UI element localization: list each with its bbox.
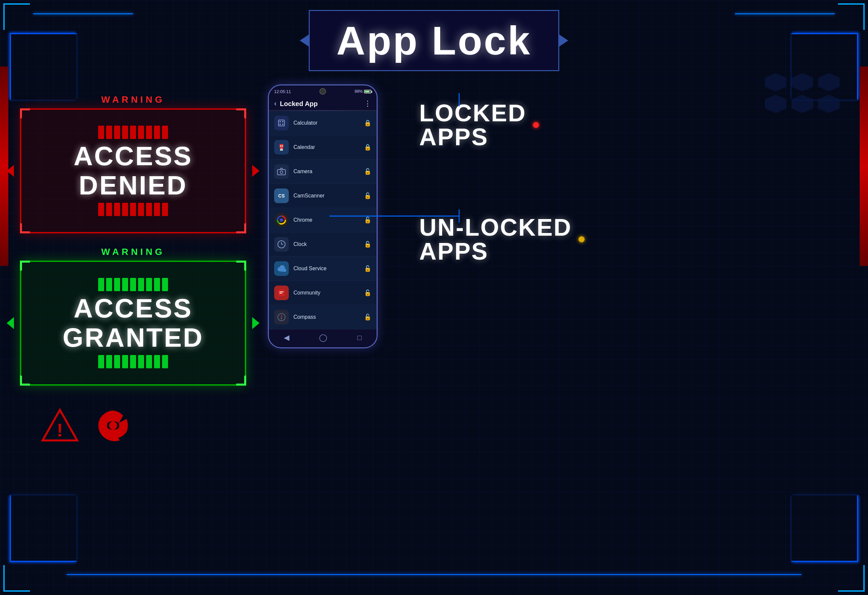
svg-marker-19	[281, 314, 282, 317]
list-item[interactable]: Calculator 🔒	[269, 111, 376, 135]
stripes-top-granted	[41, 278, 225, 291]
svg-rect-6	[279, 124, 281, 125]
lock-icon-calculator[interactable]: 🔒	[364, 119, 371, 127]
list-item[interactable]: Camera 🔓	[269, 159, 376, 184]
svg-rect-5	[282, 121, 283, 122]
body-layout: WARNING ACCESS DENIED	[0, 74, 868, 595]
locked-apps-line1: LOCKED	[419, 101, 526, 125]
arrow-left-granted	[7, 317, 14, 329]
phone-nav-bar: ‹ Locked App ⋮	[269, 97, 376, 110]
svg-point-11	[280, 218, 283, 222]
title-section: App Lock	[0, 0, 868, 74]
list-item[interactable]: Chrome 🔓	[269, 208, 376, 232]
app-icon-clock	[274, 237, 289, 252]
app-name-calculator: Calculator	[294, 120, 359, 126]
nav-back-button[interactable]: ◀	[284, 333, 289, 342]
bracket-br-granted	[236, 376, 246, 386]
list-item[interactable]: Cloud Service 🔓	[269, 256, 376, 281]
phone-bottom-nav: ◀ ◯ □	[269, 329, 376, 348]
warning-label-denied: WARNING	[20, 94, 246, 105]
stripes-bottom-denied	[41, 203, 225, 216]
svg-rect-17	[279, 293, 282, 293]
arrow-right-granted	[252, 317, 260, 329]
app-icon-compass	[274, 310, 289, 324]
app-name-community: Community	[294, 290, 359, 296]
right-panel: LOCKED APPS UN-LOCKED APPS	[399, 81, 848, 296]
bracket-tl-denied	[20, 108, 30, 118]
app-name-chrome: Chrome	[294, 217, 359, 223]
back-button[interactable]: ‹	[274, 99, 276, 108]
bracket-tr-denied	[236, 108, 246, 118]
app-name-compass: Compass	[294, 314, 359, 320]
bracket-bl-denied	[20, 223, 30, 233]
app-icon-calendar: 22📅	[274, 140, 289, 155]
access-denied-section: WARNING ACCESS DENIED	[20, 94, 246, 233]
locked-apps-label: LOCKED APPS	[419, 101, 526, 149]
svg-text:!: !	[57, 420, 63, 440]
app-name-clock: Clock	[294, 242, 359, 247]
list-item[interactable]: Community 🔓	[269, 281, 376, 305]
phone-mockup: 12:05:11 88% ‹ Locked App ⋮	[268, 84, 378, 348]
bottom-icons: !	[20, 399, 246, 452]
list-item[interactable]: CS CamScanner 🔓	[269, 184, 376, 208]
status-right: 88%	[355, 89, 371, 94]
lock-icon-clock[interactable]: 🔓	[364, 241, 371, 248]
unlocked-apps-line1: UN-LOCKED	[419, 215, 572, 239]
lock-icon-cloud-service[interactable]: 🔓	[364, 265, 371, 272]
radiation-icon	[93, 405, 133, 445]
svg-point-2	[109, 421, 117, 430]
warning-triangle-icon: !	[40, 407, 80, 444]
bracket-tr-granted	[236, 261, 246, 271]
unlocked-apps-label-container: UN-LOCKED APPS	[419, 215, 848, 263]
warning-label-granted: WARNING	[20, 247, 246, 257]
app-icon-calculator	[274, 116, 289, 130]
lock-icon-chrome[interactable]: 🔓	[364, 216, 371, 224]
lock-icon-calendar[interactable]: 🔒	[364, 144, 371, 151]
screen-title: Locked App	[280, 100, 361, 108]
status-time: 12:05:11	[274, 89, 291, 94]
locked-apps-dot	[533, 122, 539, 128]
phone-status-bar: 12:05:11 88%	[269, 85, 376, 97]
app-name-calendar: Calendar	[294, 144, 359, 150]
lock-icon-camera[interactable]: 🔓	[364, 168, 371, 175]
arrow-right-denied	[252, 165, 260, 177]
battery-icon	[364, 90, 371, 93]
svg-rect-8	[278, 169, 285, 175]
bracket-bl-granted	[20, 376, 30, 386]
stripes-bottom-granted	[41, 355, 225, 368]
svg-rect-16	[279, 292, 283, 292]
left-panel: WARNING ACCESS DENIED	[20, 81, 246, 452]
list-item[interactable]: 22📅 Calendar 🔒	[269, 135, 376, 159]
lock-icon-camscanner[interactable]: 🔓	[364, 192, 371, 199]
access-granted-box: ACCESS GRANTED	[20, 261, 246, 386]
app-title: App Lock	[337, 18, 531, 63]
access-denied-box: ACCESS DENIED	[20, 108, 246, 233]
svg-rect-4	[279, 121, 281, 122]
nav-home-button[interactable]: ◯	[319, 333, 328, 342]
stripes-top-denied	[41, 126, 225, 139]
nav-recents-button[interactable]: □	[357, 333, 362, 342]
unlocked-apps-dot	[579, 236, 585, 242]
main-content: App Lock WARNING A	[0, 0, 868, 595]
access-denied-text: ACCESS DENIED	[41, 141, 225, 200]
list-item[interactable]: Compass 🔓	[269, 305, 376, 329]
access-granted-section: WARNING ACCESS GRANTED	[20, 247, 246, 386]
app-icon-cloud-service	[274, 261, 289, 276]
battery-percent: 88%	[355, 89, 363, 94]
app-icon-camscanner: CS	[274, 189, 289, 203]
arrow-left-denied	[7, 165, 14, 177]
unlocked-apps-line2: APPS	[419, 239, 572, 263]
svg-rect-7	[282, 124, 283, 125]
list-item[interactable]: Clock 🔓	[269, 232, 376, 256]
hex-decorations	[765, 73, 841, 113]
menu-button[interactable]: ⋮	[364, 99, 371, 108]
lock-icon-community[interactable]: 🔓	[364, 289, 371, 296]
battery-fill	[365, 91, 370, 93]
app-name-cloud-service: Cloud Service	[294, 266, 359, 272]
lock-icon-compass[interactable]: 🔓	[364, 314, 371, 321]
locked-apps-line2: APPS	[419, 125, 526, 149]
app-list: Calculator 🔒 22📅 Calendar 🔒	[269, 111, 376, 329]
unlocked-apps-section: UN-LOCKED APPS	[419, 215, 848, 263]
app-icon-camera	[274, 164, 289, 179]
access-granted-text: ACCESS GRANTED	[41, 294, 225, 352]
